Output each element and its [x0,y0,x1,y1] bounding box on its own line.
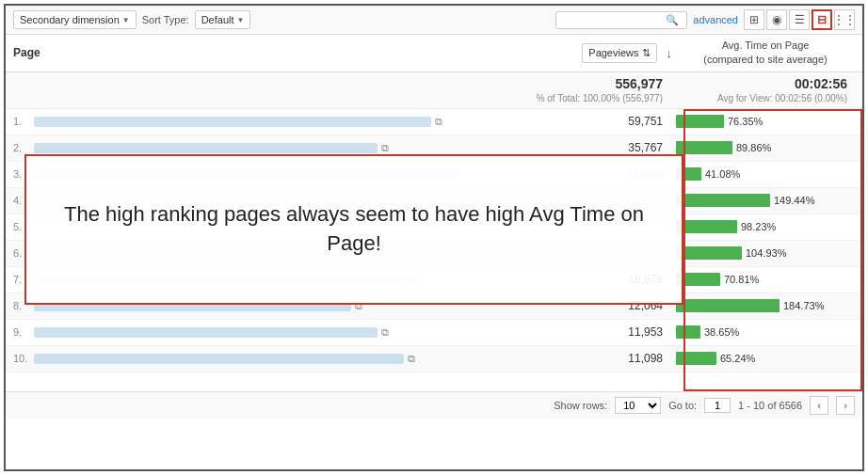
total-pageviews-sub: % of Total: 100.00% (556,977) [537,93,663,103]
totals-avgtime: 00:02:56 Avg for View: 00:02:56 (0.00%) [676,76,855,104]
annotation-text: The high ranking pages always seem to ha… [41,200,667,259]
avg-time-bar [676,299,780,312]
row-number: 10. [13,353,34,364]
avg-time-bar [676,220,737,233]
copy-icon[interactable]: ⧉ [408,353,415,365]
view-icon-list[interactable]: ☰ [789,9,810,30]
advanced-link[interactable]: advanced [693,14,738,25]
totals-row: 556,977 % of Total: 100.00% (556,977) 00… [6,72,862,109]
table-row: 10. ⧉ 11,098 65.24% [6,346,862,372]
avg-time-bar [676,325,700,339]
bar-pct: 76.35% [728,116,763,127]
bar-pct: 104.93% [746,247,786,259]
bar-pct: 89.86% [736,142,771,153]
row-avgtime-cell: 70.81% [676,273,855,286]
row-pageviews: 35,767 [563,141,676,154]
row-avgtime-cell: 149.44% [676,194,855,207]
sort-default-value: Default [201,14,234,25]
chevron-down-icon: ▼ [122,16,130,24]
row-avgtime-cell: 76.35% [676,115,855,128]
secondary-dimension-dropdown[interactable]: Secondary dimension ▼ [13,10,137,29]
avg-time-bar [676,352,716,365]
bar-pct: 41.08% [705,168,740,180]
view-icon-pie[interactable]: ◉ [766,9,787,30]
row-number: 1. [13,116,34,127]
toolbar: Secondary dimension ▼ Sort Type: Default… [6,6,862,35]
chevron-pageviews: ⇅ [642,47,651,59]
avg-time-bar [676,194,770,207]
data-table-wrapper: The high ranking pages always seem to ha… [6,109,862,391]
next-page-button[interactable]: › [836,396,855,415]
goto-label: Go to: [668,400,697,411]
row-number: 9. [13,326,34,338]
toolbar-left: Secondary dimension ▼ Sort Type: Default… [13,10,548,29]
view-icon-comparison[interactable]: ⊟ [812,9,832,30]
sort-type-label: Sort Type: [142,14,189,25]
secondary-dimension-label: Secondary dimension [20,14,120,25]
page-link[interactable] [34,143,378,153]
bar-pct: 184.73% [783,300,824,311]
search-box[interactable]: 🔍 [555,11,687,29]
view-icon-grid[interactable]: ⊞ [744,9,764,30]
total-avgtime-num: 00:02:56 [676,76,847,91]
avg-time-bar [676,246,742,260]
bar-pct: 38.65% [704,326,739,338]
total-avgtime-sub: Avg for View: 00:02:56 (0.00%) [717,93,847,103]
pageviews-label: Pageviews [588,47,638,58]
sort-down-arrow[interactable]: ↓ [667,46,673,60]
view-icon-pivot[interactable]: ⋮⋮ [834,9,855,30]
avg-time-bar [676,115,724,128]
chevron-down-icon-sort: ▼ [237,16,245,24]
page-link[interactable] [34,327,378,338]
avg-time-sub: (compared to site average) [676,53,855,67]
bar-pct: 98.23% [741,221,776,232]
table-row: 1. ⧉ 59,751 76.35% [6,109,862,135]
row-avgtime-cell: 104.93% [676,246,855,260]
view-icons: ⊞ ◉ ☰ ⊟ ⋮⋮ [744,9,855,30]
search-icon: 🔍 [666,14,679,26]
row-avgtime-cell: 65.24% [676,352,855,365]
table-row: 9. ⧉ 11,953 38.65% [6,320,862,346]
pageviews-dropdown[interactable]: Pageviews ⇅ [582,43,656,63]
row-number: 2. [13,142,34,153]
row-pageviews: 11,098 [563,352,676,365]
goto-input[interactable] [704,398,731,413]
bar-pct: 70.81% [724,274,759,285]
copy-icon[interactable]: ⧉ [435,116,442,128]
row-avgtime-cell: 89.86% [676,141,855,154]
totals-pageviews: 556,977 % of Total: 100.00% (556,977) [537,76,676,104]
avg-time-bar [676,141,732,154]
page-link[interactable] [34,117,431,127]
row-avgtime-cell: 184.73% [676,299,855,312]
show-rows-select[interactable]: 10 25 50 100 [615,397,661,414]
bar-pct: 65.24% [720,353,755,364]
show-rows-label: Show rows: [554,400,607,411]
toolbar-right: 🔍 advanced ⊞ ◉ ☰ ⊟ ⋮⋮ [555,9,855,30]
total-pageviews-num: 556,977 [537,76,663,91]
page-col-header: Page [13,46,578,59]
pagination-range: 1 - 10 of 6566 [738,400,802,411]
row-avgtime-cell: 98.23% [676,220,855,233]
avg-time-col-header: Avg. Time on Page (compared to site aver… [676,39,855,68]
row-pageviews: 59,751 [563,115,676,128]
prev-page-button[interactable]: ‹ [810,396,828,415]
bar-pct: 149.44% [774,195,814,206]
row-pageviews: 11,953 [563,325,676,339]
annotation-overlay: The high ranking pages always seem to ha… [24,154,683,305]
avg-time-label: Avg. Time on Page [676,39,855,53]
table-footer: Show rows: 10 25 50 100 Go to: 1 - 10 of… [6,391,862,419]
page-link[interactable] [34,354,404,364]
search-input[interactable] [562,14,666,25]
row-avgtime-cell: 38.65% [676,325,855,339]
table-subheader: Page Pageviews ⇅ ↓ Avg. Time on Page (co… [6,35,862,72]
row-avgtime-cell: 41.08% [676,167,855,181]
sort-default-dropdown[interactable]: Default ▼ [195,10,251,29]
copy-icon[interactable]: ⧉ [381,326,389,339]
copy-icon[interactable]: ⧉ [381,142,389,154]
